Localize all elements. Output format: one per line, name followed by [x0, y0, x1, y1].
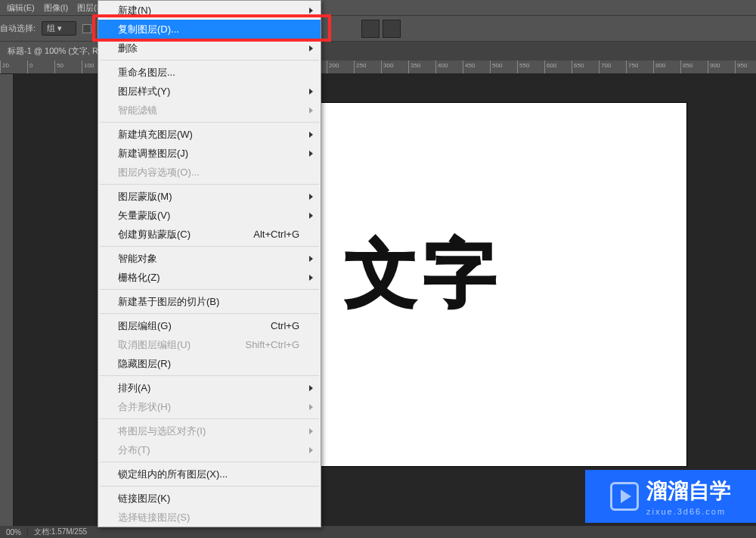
menu-item: 取消图层编组(U)Shift+Ctrl+G	[98, 335, 321, 354]
auto-select-dropdown[interactable]: 组 ▾	[42, 21, 76, 36]
menu-item[interactable]: 图层蒙版(M)	[98, 187, 321, 206]
watermark-main: 溜溜自学	[646, 477, 731, 505]
menu-item[interactable]: 隐藏图层(R)	[98, 354, 321, 373]
menu-item[interactable]: 新建填充图层(W)	[98, 125, 321, 144]
menu-item[interactable]: 矢量蒙版(V)	[98, 206, 321, 225]
menu-item[interactable]: 创建剪贴蒙版(C)Alt+Ctrl+G	[98, 225, 321, 244]
menu-item[interactable]: 图层编组(G)Ctrl+G	[98, 316, 321, 335]
menu-item[interactable]: 重命名图层...	[98, 63, 321, 82]
doc-info[interactable]: 文档:1.57M/255	[28, 527, 93, 537]
menu-item[interactable]: 链接图层(K)	[98, 489, 321, 508]
menu-edit[interactable]: 编辑(E)	[2, 1, 39, 15]
menu-item[interactable]: 新建调整图层(J)	[98, 144, 321, 163]
transform-checkbox[interactable]	[82, 24, 91, 33]
menu-item: 将图层与选区对齐(I)	[98, 421, 321, 440]
ruler-vertical	[0, 74, 14, 526]
menu-item[interactable]: 新建基于图层的切片(B)	[98, 292, 321, 311]
zoom-level[interactable]: 00%	[0, 528, 28, 536]
menu-item: 智能滤镜	[98, 101, 321, 120]
menu-item[interactable]: 新建(N)	[98, 1, 321, 20]
align-icon[interactable]	[383, 20, 401, 38]
menu-item: 合并形状(H)	[98, 397, 321, 416]
menu-item: 选择链接图层(S)	[98, 508, 321, 527]
layer-menu-dropdown: 新建(N)复制图层(D)...删除重命名图层...图层样式(Y)智能滤镜新建填充…	[98, 0, 321, 527]
menu-item: 分布(T)	[98, 440, 321, 459]
menu-item[interactable]: 锁定组内的所有图层(X)...	[98, 465, 321, 484]
menu-item[interactable]: 删除	[98, 39, 321, 58]
menu-item: 图层内容选项(O)...	[98, 163, 321, 182]
align-icon[interactable]	[361, 20, 380, 38]
play-icon	[610, 482, 639, 511]
menu-item[interactable]: 图层样式(Y)	[98, 82, 321, 101]
menu-image[interactable]: 图像(I)	[39, 1, 73, 15]
watermark-badge: 溜溜自学 zixue.3d66.com	[585, 470, 756, 523]
alignment-icons	[361, 20, 401, 38]
watermark-sub: zixue.3d66.com	[646, 507, 726, 516]
menu-item[interactable]: 栅格化(Z)	[98, 268, 321, 287]
canvas-text-layer[interactable]: 文字	[345, 225, 503, 324]
menu-item[interactable]: 排列(A)	[98, 378, 321, 397]
auto-select-label: 自动选择:	[0, 23, 36, 34]
status-bar: 00% 文档:1.57M/255	[0, 526, 756, 538]
menu-item[interactable]: 复制图层(D)...	[98, 20, 321, 39]
menu-item[interactable]: 智能对象	[98, 249, 321, 268]
